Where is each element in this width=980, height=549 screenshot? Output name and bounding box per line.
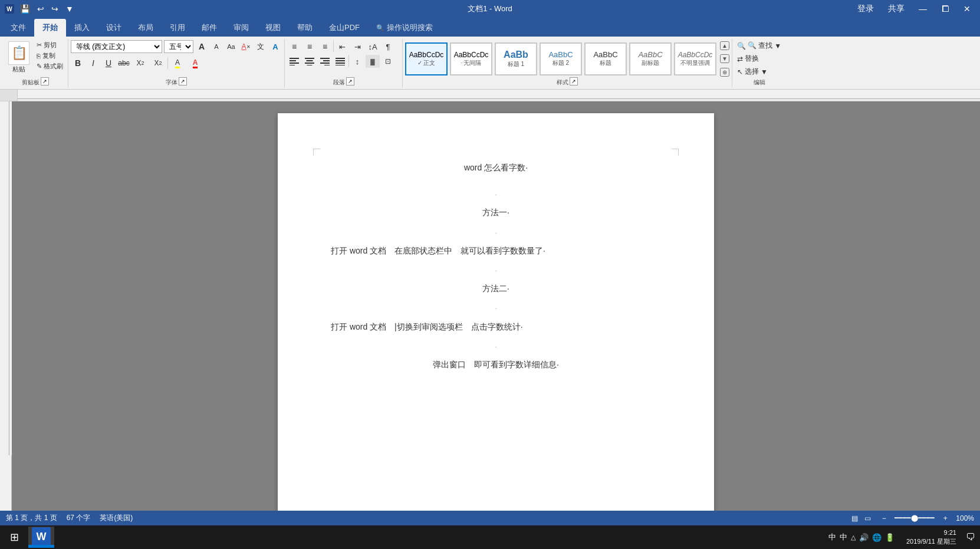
print-layout-button[interactable]: ▤: [849, 513, 860, 524]
font-expand-button[interactable]: ↗: [179, 77, 187, 86]
text-effects-button[interactable]: A: [269, 40, 282, 53]
read-mode-button[interactable]: ▭: [861, 513, 873, 524]
tab-insert[interactable]: 插入: [66, 19, 98, 37]
grow-font-button[interactable]: A: [195, 40, 208, 53]
style-normal[interactable]: AaBbCcDc ✓ 正文: [405, 42, 448, 75]
copy-icon: ⎘: [37, 52, 41, 60]
tab-search[interactable]: 🔍操作说明搜索: [368, 19, 441, 37]
tab-help[interactable]: 帮助: [289, 19, 321, 37]
redo-button[interactable]: ↪: [49, 3, 61, 15]
style-h2[interactable]: AaBbC 标题 2: [540, 42, 582, 75]
paste-button[interactable]: 📋 粘贴: [5, 40, 33, 75]
align-left-button[interactable]: [287, 55, 301, 68]
highlight-button[interactable]: A: [169, 56, 186, 70]
increase-indent-button[interactable]: ⇥: [350, 40, 364, 53]
paragraph-expand-button[interactable]: ↗: [346, 77, 354, 86]
subscript-button[interactable]: X2: [132, 56, 149, 70]
phonetics-button[interactable]: 文: [254, 40, 267, 53]
document-area[interactable]: word 怎么看字数· · 方法一· · 打开 word 文档 在底部状态栏中 …: [12, 101, 980, 511]
login-button[interactable]: 登录: [853, 2, 879, 15]
styles-expand-button[interactable]: ↗: [570, 77, 578, 86]
shading-button[interactable]: ▓: [366, 55, 380, 68]
taskbar-word-app[interactable]: W: [28, 527, 54, 548]
svg-rect-16: [18, 90, 980, 101]
tab-references[interactable]: 引用: [162, 19, 193, 37]
tab-home[interactable]: 开始: [34, 19, 66, 37]
style-normal-preview: AaBbCcDc: [409, 51, 444, 59]
style-h1[interactable]: AaBb 标题 1: [495, 42, 537, 75]
style-no-spacing[interactable]: AaBbCcDc · 无间隔: [450, 42, 492, 75]
ribbon: 文件 开始 插入 设计 布局 引用 邮件 审阅 视图 帮助 金山PDF 🔍操作说…: [0, 18, 980, 90]
clipboard-expand-button[interactable]: ↗: [41, 77, 49, 86]
find-button[interactable]: 🔍 🔍 查找 ▼: [735, 40, 784, 51]
paragraph-1: 打开 word 文档 在底部状态栏中 就可以看到字数数量了·: [331, 244, 661, 258]
font-size-select[interactable]: 五号: [164, 40, 193, 53]
format-painter-button[interactable]: ✎ 格式刷: [34, 61, 65, 71]
style-subtitle-label: 副标题: [642, 59, 659, 67]
separator: [333, 40, 334, 52]
dot-separator-3: ·: [331, 263, 661, 278]
bold-button[interactable]: B: [71, 56, 85, 70]
align-center-button[interactable]: [302, 55, 317, 68]
underline-button[interactable]: U: [101, 56, 116, 70]
svg-rect-17: [18, 98, 980, 99]
style-subtle-emphasis[interactable]: AaBbCcDc 不明显强调: [674, 42, 716, 75]
copy-button[interactable]: ⎘ 复制: [34, 51, 65, 61]
superscript-button[interactable]: X2: [150, 56, 166, 70]
paragraph-2: 打开 word 文档 |切换到审阅选项栏 点击字数统计·: [331, 320, 661, 334]
clear-format-button[interactable]: A ✕: [239, 40, 252, 53]
zoom-out-button[interactable]: −: [878, 513, 890, 524]
tab-design[interactable]: 设计: [98, 19, 130, 37]
styles-scroll-down[interactable]: ▼: [720, 54, 729, 63]
zoom-in-button[interactable]: +: [939, 513, 951, 524]
sort-button[interactable]: ↕A: [366, 40, 380, 53]
format-painter-icon: ✎: [37, 63, 42, 70]
network-icon[interactable]: 🌐: [872, 533, 882, 542]
line-spacing-button[interactable]: ↕: [350, 55, 364, 68]
customize-quick-access-button[interactable]: ▼: [63, 3, 76, 15]
tab-mailings[interactable]: 邮件: [193, 19, 225, 37]
tab-file[interactable]: 文件: [2, 19, 34, 37]
start-button[interactable]: ⊞: [2, 527, 26, 548]
undo-button[interactable]: ↩: [35, 3, 47, 15]
numbered-list-button[interactable]: ≡: [302, 40, 317, 53]
italic-button[interactable]: I: [86, 56, 100, 70]
style-title[interactable]: AaBbC 标题: [584, 42, 627, 75]
styles-more[interactable]: ⊕: [720, 68, 729, 77]
font-name-select[interactable]: 等线 (西文正文): [71, 40, 162, 53]
font-color-button[interactable]: A: [187, 56, 203, 70]
tab-layout[interactable]: 布局: [130, 19, 162, 37]
save-button[interactable]: 💾: [18, 3, 32, 15]
notification-icon[interactable]: 🗨: [963, 532, 978, 543]
shrink-font-button[interactable]: A: [210, 40, 223, 53]
clock[interactable]: 9:21 2019/9/11 星期三: [902, 528, 961, 547]
replace-button[interactable]: ⇄ 替换: [735, 53, 761, 64]
style-normal-label: ✓ 正文: [417, 59, 435, 67]
share-button[interactable]: 共享: [883, 2, 909, 15]
select-button[interactable]: ↖ 选择 ▼: [735, 66, 770, 77]
cut-button[interactable]: ✂ 剪切: [34, 40, 65, 50]
corner-mark-tr: [672, 149, 679, 156]
chevron-up-icon[interactable]: △: [851, 534, 856, 541]
borders-button[interactable]: ⊡: [381, 55, 395, 68]
justify-button[interactable]: [333, 55, 347, 68]
tab-view[interactable]: 视图: [257, 19, 289, 37]
close-button[interactable]: ✕: [959, 3, 975, 15]
style-subtitle[interactable]: AaBbC 副标题: [629, 42, 672, 75]
bullet-list-button[interactable]: ≡: [287, 40, 301, 53]
show-hide-button[interactable]: ¶: [381, 40, 395, 53]
time: 9:21: [906, 528, 956, 537]
strikethrough-button[interactable]: abc: [117, 56, 131, 70]
styles-scroll-up[interactable]: ▲: [720, 41, 729, 50]
speaker-icon[interactable]: 🔊: [859, 533, 869, 542]
tab-jinshan[interactable]: 金山PDF: [321, 19, 368, 37]
tab-review[interactable]: 审阅: [225, 19, 257, 37]
battery-icon[interactable]: 🔋: [885, 533, 895, 542]
align-right-button[interactable]: [318, 55, 332, 68]
maximize-button[interactable]: ⧠: [936, 3, 954, 15]
minimize-button[interactable]: —: [914, 3, 932, 15]
case-button[interactable]: Aa: [225, 40, 238, 53]
multilevel-list-button[interactable]: ≡: [318, 40, 332, 53]
view-buttons: ▤ ▭: [849, 513, 873, 524]
decrease-indent-button[interactable]: ⇤: [335, 40, 349, 53]
